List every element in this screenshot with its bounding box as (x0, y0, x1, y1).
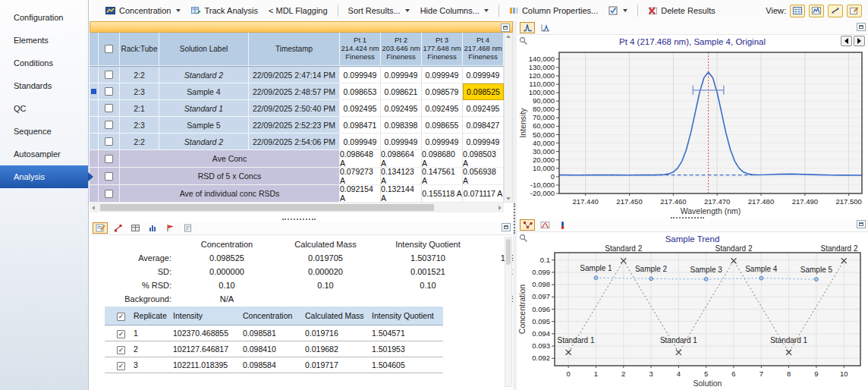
row-checkbox-cell[interactable] (99, 83, 120, 100)
sidebar-item-elements[interactable]: Elements (0, 29, 88, 52)
replicate-checkbox-cell[interactable] (115, 360, 132, 370)
timestamp-cell[interactable]: 22/09/2025 2:47:14 PM (249, 67, 340, 83)
column-header-pt-2[interactable]: Pt 2203.646 nmFineness (381, 33, 422, 66)
track-analysis-button[interactable]: Track Analysis (186, 3, 264, 18)
scroll-down-icon[interactable] (506, 197, 511, 200)
row-checkbox-cell[interactable] (99, 185, 120, 203)
value-cell[interactable]: 0.099949 (381, 134, 422, 150)
table-row[interactable]: 2:3Sample 422/09/2025 2:48:57 PM0.098653… (90, 83, 504, 100)
rack-tube-cell[interactable]: 2:3 (120, 117, 159, 134)
sidebar-item-autosampler[interactable]: Autosampler (0, 143, 88, 165)
row-checkbox[interactable] (105, 172, 113, 181)
replicate-row[interactable]: 3102211.0183950.0985840.0197171.504605 (105, 357, 443, 373)
replicates-select-all-cell[interactable] (115, 311, 132, 321)
value-cell[interactable]: 0.099949 (422, 134, 463, 150)
thermometer-button[interactable] (555, 219, 570, 231)
mdl-flagging-button[interactable]: < MDL Flagging (263, 3, 333, 18)
value-cell[interactable]: 0.098398 (381, 117, 422, 134)
value-cell[interactable]: 0.092495 (381, 100, 422, 117)
details-scrollbar[interactable] (505, 237, 512, 387)
replicate-checkbox[interactable] (117, 362, 125, 370)
solution-label-cell[interactable]: Standard 2 (159, 134, 249, 150)
value-cell[interactable]: 0.092495 (340, 100, 381, 117)
row-checkbox-cell[interactable] (99, 134, 120, 150)
value-cell[interactable]: 0.099949 (422, 67, 463, 83)
sidebar-item-standards[interactable]: Standards (0, 74, 88, 97)
rack-tube-cell[interactable]: 2:3 (120, 83, 159, 100)
solution-label-cell[interactable]: Standard 2 (159, 67, 249, 83)
solution-label-cell[interactable]: Standard 1 (159, 100, 249, 117)
value-cell[interactable]: 0.098525 (463, 83, 504, 100)
table-button[interactable] (127, 222, 143, 234)
sidebar-item-configuration[interactable]: Configuration (0, 6, 88, 29)
row-checkbox[interactable] (105, 71, 113, 79)
value-cell[interactable]: 0.098655 (422, 117, 463, 134)
replicates-select-all-checkbox[interactable] (117, 313, 125, 321)
flag-button[interactable] (162, 222, 178, 234)
row-selector-cell[interactable] (90, 100, 99, 117)
row-checkbox-cell[interactable] (99, 117, 120, 134)
row-checkbox[interactable] (105, 155, 113, 163)
select-all-checkbox[interactable] (105, 45, 113, 53)
row-checkbox-cell[interactable] (99, 100, 120, 117)
row-checkbox[interactable] (105, 121, 113, 129)
column-header-pt-4[interactable]: Pt 4217.468 nmFineness (463, 33, 504, 66)
summary-row[interactable]: RSD of 5 x Concs0.079273 A0.134123 A0.14… (90, 168, 504, 185)
sidebar-item-sequence[interactable]: Sequence (0, 120, 88, 143)
row-checkbox-cell[interactable] (99, 67, 120, 83)
value-cell[interactable]: 0.098427 (463, 117, 504, 134)
spectra-view-button[interactable] (520, 22, 535, 33)
row-checkbox[interactable] (105, 104, 113, 112)
sidebar-item-conditions[interactable]: Conditions (0, 52, 88, 74)
timestamp-cell[interactable]: 22/09/2025 2:54:06 PM (249, 134, 340, 150)
column-header-pt-1[interactable]: Pt 1214.424 nmFineness (340, 33, 381, 66)
value-cell[interactable]: 0.099949 (340, 134, 381, 150)
value-cell[interactable]: 0.092495 (422, 100, 463, 117)
column-header-rack-tube[interactable]: Rack:Tube (120, 33, 159, 66)
results-edit-button[interactable] (93, 222, 108, 234)
vertical-splitter-handle[interactable] (514, 203, 515, 234)
row-checkbox-cell[interactable] (99, 150, 120, 168)
value-cell[interactable]: 0.098579 (422, 83, 463, 100)
horizontal-splitter-handle[interactable] (671, 217, 704, 219)
summary-row[interactable]: Ave Conc0.098648 A0.098664 A0.098680 A0.… (90, 150, 504, 168)
sort-results-button[interactable]: Sort Results... (343, 3, 415, 18)
timestamp-cell[interactable]: 22/09/2025 2:48:57 PM (249, 83, 340, 100)
table-row[interactable]: 2:2Standard 222/09/2025 2:54:06 PM0.0999… (90, 134, 504, 150)
row-selector-cell[interactable] (90, 117, 99, 134)
column-header-timestamp[interactable]: Timestamp (249, 33, 340, 66)
scroll-up-icon[interactable] (506, 35, 511, 38)
table-row[interactable]: 2:2Standard 222/09/2025 2:47:14 PM0.0999… (90, 67, 504, 83)
rack-tube-cell[interactable]: 2:1 (120, 100, 159, 117)
vertical-scrollbar[interactable] (504, 33, 513, 203)
value-cell[interactable]: 0.099949 (463, 67, 504, 83)
collapse-panel-button[interactable] (501, 24, 510, 32)
summary-row[interactable]: Ave of individual conc RSDs0.092154 A0.1… (90, 185, 504, 203)
row-selector-cell[interactable] (90, 83, 99, 100)
row-selector-cell[interactable] (90, 67, 99, 83)
histogram-button[interactable] (145, 222, 160, 234)
view-expand-button[interactable] (828, 5, 843, 17)
delete-results-button[interactable]: Delete Results (643, 3, 721, 18)
replicate-checkbox[interactable] (117, 330, 125, 338)
overlay-spectra-button[interactable] (537, 22, 552, 33)
distribution-button[interactable] (537, 219, 552, 231)
value-cell[interactable]: 0.098653 (340, 83, 381, 100)
scrollbar-thumb[interactable] (100, 204, 434, 211)
solution-label-cell[interactable]: Sample 4 (159, 83, 249, 100)
rack-tube-cell[interactable]: 2:2 (120, 134, 159, 150)
concentration-button[interactable]: Concentration (100, 3, 186, 18)
checkbox-menu-button[interactable] (603, 3, 633, 18)
collapse-panel-button[interactable] (502, 223, 511, 231)
replicate-checkbox-cell[interactable] (115, 329, 132, 338)
rack-tube-cell[interactable]: 2:2 (120, 67, 159, 83)
scroll-left-icon[interactable] (92, 206, 95, 210)
calibration-curve-button[interactable] (110, 222, 125, 234)
collapse-panel-button[interactable] (857, 23, 866, 31)
table-row[interactable]: 2:3Sample 522/09/2025 2:52:23 PM0.098471… (90, 117, 504, 134)
table-row[interactable]: 2:1Standard 122/09/2025 2:50:40 PM0.0924… (90, 100, 504, 117)
header-checkbox-cell[interactable] (99, 33, 120, 66)
horizontal-scrollbar[interactable] (90, 203, 504, 212)
row-checkbox-cell[interactable] (99, 168, 120, 185)
scroll-right-icon[interactable] (498, 206, 502, 210)
